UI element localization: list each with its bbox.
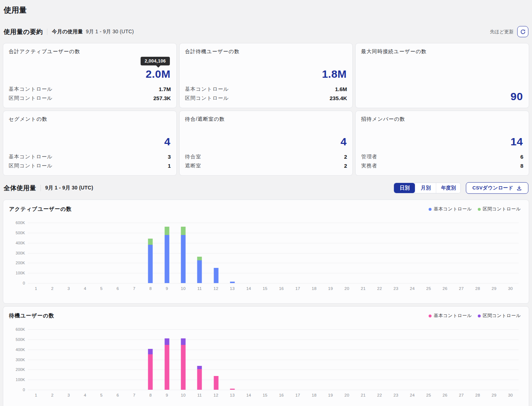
card-title: 合計待機ユーザーの数 [185, 48, 347, 55]
legend-dot-icon [478, 315, 481, 317]
chart-plot: 600K500K400K300K200K100K0 [28, 329, 519, 390]
y-axis-label: 100K [9, 271, 25, 275]
bar-segment [181, 338, 186, 345]
bar-slot [257, 329, 273, 390]
x-axis-label: 10 [175, 393, 191, 397]
legend-item[interactable]: 区間コントロール [478, 313, 521, 319]
bar-slot [273, 329, 289, 390]
x-axis-label: 20 [339, 286, 355, 291]
refresh-button[interactable] [517, 26, 528, 37]
bar-slot [273, 223, 289, 283]
x-axis-label: 4 [77, 286, 93, 291]
bar-segment [230, 389, 235, 390]
tab-yearly[interactable]: 年度別 [436, 183, 460, 193]
stat-row: 基本コントロール1.7M [9, 85, 171, 94]
card-value-wrap: 90 [361, 90, 523, 103]
x-axis-label: 1 [28, 393, 44, 397]
x-axis-label: 23 [388, 393, 404, 397]
bar-segment [181, 345, 186, 390]
bars-row [28, 329, 519, 390]
x-axis-label: 27 [453, 393, 469, 397]
bar-segment [164, 235, 169, 283]
bar-stack [164, 227, 169, 283]
legend-item[interactable]: 区間コントロール [478, 206, 521, 212]
legend-item[interactable]: 基本コントロール [429, 206, 472, 212]
stat-row: 遮断室2 [185, 161, 347, 170]
x-axis-label: 1 [28, 286, 44, 291]
csv-download-button[interactable]: CSVダウンロード [466, 182, 528, 194]
csv-download-label: CSVダウンロード [472, 185, 513, 191]
summary-header: 使用量の要約 今月の使用量 9月 1 - 9月 30 (UTC) 先ほど更新 [4, 26, 528, 37]
bar-slot [486, 223, 502, 283]
x-axis-label: 14 [240, 286, 257, 291]
card-value: 14 [361, 136, 523, 148]
download-icon [516, 185, 522, 191]
bar-segment [148, 349, 153, 354]
stat-row: 基本コントロール3 [9, 152, 171, 161]
bar-slot [159, 223, 175, 283]
legend-dot-icon [429, 315, 432, 317]
x-axis-label: 29 [486, 286, 502, 291]
legend-item[interactable]: 基本コントロール [429, 313, 472, 319]
bar-slot [339, 223, 355, 283]
bar-slot [159, 329, 175, 390]
bar-slot [306, 329, 322, 390]
summary-card: 招待メンバーの数14管理者6実務者8 [355, 111, 529, 176]
bar-slot [77, 223, 93, 283]
stat-value: 257.3K [153, 95, 171, 101]
x-axis-label: 6 [110, 286, 126, 291]
chart-header: 待機ユーザーの数基本コントロール区間コントロール [9, 312, 523, 319]
x-axis-label: 18 [306, 393, 322, 397]
card-value-wrap: 1.8M [185, 68, 347, 81]
bar-slot [126, 329, 142, 390]
chart-card-active-users: アクティブユーザーの数基本コントロール区間コントロール600K500K400K3… [3, 200, 529, 304]
bar-slot [372, 223, 388, 283]
x-axis-label: 15 [257, 393, 273, 397]
bar-slot [453, 329, 469, 390]
stat-row: 区間コントロール1 [9, 161, 171, 170]
bar-slot [372, 329, 388, 390]
interval-tabs: 日別月別年度別 [394, 183, 461, 193]
bar-segment [230, 282, 235, 283]
y-axis-label: 500K [9, 231, 25, 235]
card-value: 90 [361, 90, 523, 103]
bar-slot [502, 223, 519, 283]
x-axis-label: 26 [437, 286, 453, 291]
chart-title: アクティブユーザーの数 [9, 206, 72, 213]
stat-label: 区間コントロール [9, 163, 53, 169]
x-axis-label: 3 [61, 286, 77, 291]
tab-monthly[interactable]: 月別 [415, 183, 436, 193]
y-axis-label: 400K [9, 241, 25, 245]
bar-slot [240, 329, 257, 390]
card-title: 待合/遮断室の数 [185, 116, 347, 123]
bar-slot [61, 329, 77, 390]
y-axis-label: 300K [9, 358, 25, 362]
bar-slot [208, 223, 224, 283]
x-axis-label: 9 [159, 393, 175, 397]
chart-plot: 600K500K400K300K200K100K0 [28, 223, 519, 283]
x-axis-label: 20 [339, 393, 355, 397]
y-axis-label: 0 [9, 388, 25, 392]
x-axis-label: 18 [306, 286, 322, 291]
bar-slot [44, 223, 60, 283]
bar-slot [192, 223, 208, 283]
card-stat-rows: 待合室2遮断室2 [185, 152, 347, 170]
stat-label: 区間コントロール [9, 95, 53, 102]
divider [40, 185, 41, 191]
x-axis-label: 30 [502, 393, 519, 397]
bar-segment [181, 235, 186, 283]
bar-stack [148, 349, 153, 390]
y-axis-label: 100K [9, 377, 25, 382]
bar-slot [77, 329, 93, 390]
bar-stack [197, 366, 202, 390]
stat-label: 基本コントロール [9, 86, 53, 93]
x-axis-label: 11 [192, 286, 208, 291]
y-axis-label: 400K [9, 347, 25, 352]
tab-daily[interactable]: 日別 [394, 183, 415, 193]
stat-value: 1.7M [159, 86, 171, 92]
x-axis-label: 16 [273, 393, 289, 397]
card-title: 招待メンバーの数 [361, 116, 523, 123]
bar-slot [322, 329, 339, 390]
x-axis-label: 2 [44, 286, 60, 291]
stat-label: 基本コントロール [9, 154, 53, 160]
